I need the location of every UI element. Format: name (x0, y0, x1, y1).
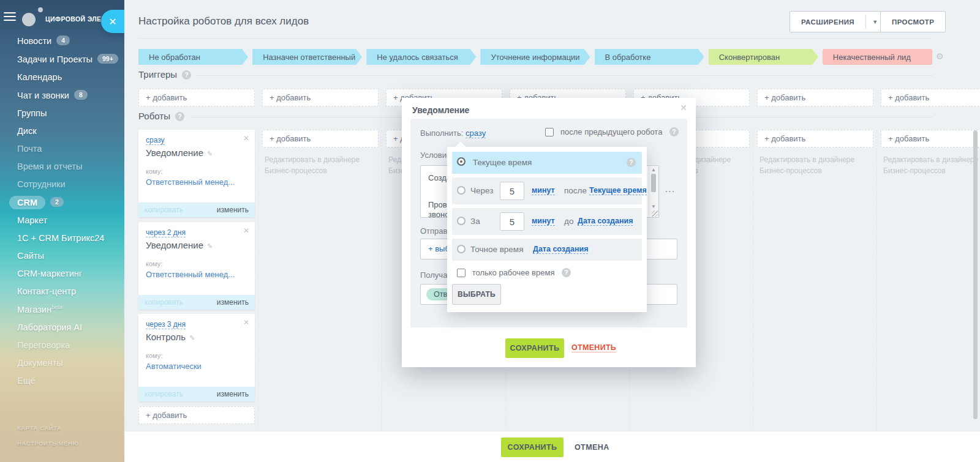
sidebar-item-contact-center[interactable]: Контакт-центр (17, 283, 122, 300)
sidebar-item-news[interactable]: Новости4 (17, 32, 122, 50)
working-time-help-icon[interactable]: ? (562, 268, 571, 277)
modal-close-icon[interactable]: ✕ (680, 103, 687, 113)
sidebar-item-tasks[interactable]: Задачи и Проекты99+ (17, 50, 122, 69)
resize-handle-icon[interactable] (652, 211, 658, 217)
unit-link[interactable]: минут (532, 217, 555, 226)
robot-card[interactable]: через 2 дня ✕ Уведомление✎ кому: Ответст… (138, 222, 255, 310)
add-trigger-button[interactable]: + добавить (262, 89, 379, 106)
robot-delete-icon[interactable]: ✕ (243, 226, 249, 235)
option-current-time[interactable]: Текущее время ? (452, 152, 642, 174)
sidebar-item-mail[interactable]: Почта (17, 140, 122, 158)
sidebar-item-more[interactable]: Ещё (17, 372, 122, 390)
robot-card[interactable]: сразу ✕ Уведомление✎ кому: Ответственный… (138, 130, 255, 217)
sidebar-item-employees[interactable]: Сотрудники (17, 176, 122, 193)
sidebar-item-crm[interactable]: CRM2 (17, 193, 122, 212)
view-button[interactable]: ПРОСМОТР (880, 11, 946, 32)
sidebar-item-market[interactable]: Маркет (17, 212, 122, 229)
add-trigger-button[interactable]: + добавить (138, 89, 255, 106)
extensions-button[interactable]: РАСШИРЕНИЯ ▼ (790, 11, 885, 32)
robot-delete-icon[interactable]: ✕ (243, 318, 249, 327)
option-minutes-before[interactable]: За 5 минут до Дата создания (452, 208, 642, 235)
after-previous-checkbox[interactable] (545, 128, 554, 136)
cancel-button[interactable]: ОТМЕНА (575, 443, 609, 452)
sidebar-item-shop[interactable]: Магазинbeta (17, 300, 122, 319)
bp-designer-link[interactable]: Редактировать в дизайнере Бизнес-процесс… (265, 154, 376, 176)
bp-designer-link[interactable]: Редактировать в дизайнере Бизнес-процесс… (883, 154, 980, 176)
minutes-before-input[interactable]: 5 (500, 212, 524, 231)
after-previous-help-icon[interactable]: ? (669, 127, 679, 136)
message-more-button[interactable]: ... (665, 185, 676, 194)
stage-in-progress[interactable]: В обработке (595, 49, 704, 65)
sidebar-item-documents[interactable]: Документы (17, 354, 122, 372)
robot-edit-button[interactable]: изменить (217, 298, 249, 307)
sitemap-link[interactable]: КАРТА САЙТА (17, 425, 79, 431)
add-trigger-button[interactable]: + добавить (881, 89, 980, 106)
hamburger-menu-icon[interactable] (4, 12, 16, 21)
minutes-after-input[interactable]: 5 (500, 182, 524, 200)
sidebar-item-time-reports[interactable]: Время и отчеты (17, 158, 122, 176)
sidebar-item-calendar[interactable]: Календарь (17, 69, 122, 86)
current-time-help-icon[interactable]: ? (627, 158, 636, 167)
modal-cancel-link[interactable]: ОТМЕНИТЬ (571, 343, 616, 352)
scroll-down-icon[interactable]: ▼ (651, 204, 656, 209)
base-date-link[interactable]: Дата создания (578, 217, 633, 226)
stages-settings-gear-icon[interactable]: ⚙ (936, 51, 944, 61)
robot-edit-button[interactable]: изменить (217, 390, 249, 398)
robot-when-link[interactable]: через 3 дня (146, 320, 186, 329)
scroll-up-icon[interactable]: ▲ (651, 167, 656, 173)
robot-card[interactable]: через 3 дня ✕ Контроль✎ кому: Автоматиче… (138, 314, 255, 401)
edit-pencil-icon[interactable]: ✎ (207, 242, 213, 250)
page-vertical-scrollbar[interactable] (973, 130, 978, 419)
add-robot-button[interactable]: + добавить (881, 130, 980, 147)
robot-when-link[interactable]: сразу (146, 136, 165, 145)
exact-date-link[interactable]: Дата создания (533, 245, 588, 254)
stage-clarify-info[interactable]: Уточнение информации (480, 49, 590, 65)
save-button[interactable]: СОХРАНИТЬ (501, 438, 564, 457)
option-in-minutes-after[interactable]: Через 5 минут после Текущее время (452, 177, 642, 204)
robot-recipient-link[interactable]: Ответственный менед... (146, 177, 235, 187)
sidebar-item-disk[interactable]: Диск (17, 122, 122, 140)
edit-pencil-icon[interactable]: ✎ (189, 334, 195, 341)
sidebar-item-meeting-room[interactable]: Переговорка (17, 337, 122, 354)
stage-junk-lead[interactable]: Некачественный лид (823, 49, 932, 65)
edit-pencil-icon[interactable]: ✎ (207, 150, 213, 157)
robot-copy-button[interactable]: копировать (145, 298, 183, 307)
option-exact-time[interactable]: Точное время Дата создания (452, 239, 642, 261)
textarea-scrollbar[interactable]: ▲ ▼ (649, 166, 658, 217)
add-robot-button[interactable]: + добавить (757, 130, 873, 147)
radio-exact-time[interactable] (457, 245, 466, 253)
robot-delete-icon[interactable]: ✕ (243, 134, 249, 143)
sidebar-item-ai-lab[interactable]: Лаборатория AI (17, 319, 122, 337)
add-robot-button[interactable]: + добавить (262, 130, 379, 147)
stage-assigned[interactable]: Назначен ответственный (252, 49, 362, 65)
robot-recipient-link[interactable]: Ответственный менед... (146, 270, 235, 279)
stage-cannot-contact[interactable]: Не удалось связаться (366, 49, 476, 65)
sidebar-item-crm-marketing[interactable]: CRM-маркетинг (17, 265, 122, 283)
robot-when-link[interactable]: через 2 дня (146, 228, 186, 237)
unit-link[interactable]: минут (532, 186, 555, 195)
radio-minutes-before[interactable] (457, 217, 466, 225)
execute-value-link[interactable]: сразу (466, 129, 486, 138)
scrollbar-thumb[interactable] (651, 174, 656, 192)
stage-not-processed[interactable]: Не обработан (138, 49, 248, 65)
sidebar-item-chat[interactable]: Чат и звонки8 (17, 86, 122, 105)
sidebar-item-1c-bitrix24[interactable]: 1С + CRM Битрикс24 (17, 229, 122, 247)
robot-copy-button[interactable]: копировать (145, 390, 183, 398)
choose-button[interactable]: ВЫБРАТЬ (452, 284, 501, 305)
sidebar-close-button[interactable]: ✕ (101, 10, 124, 33)
triggers-help-icon[interactable]: ? (182, 70, 191, 80)
add-robot-button[interactable]: + добавить (138, 406, 255, 424)
modal-save-button[interactable]: СОХРАНИТЬ (505, 338, 564, 358)
working-time-checkbox[interactable] (457, 269, 466, 277)
sidebar-item-sites[interactable]: Сайты (17, 247, 122, 265)
base-time-link[interactable]: Текущее время (589, 186, 647, 195)
bp-designer-link[interactable]: Редактировать в дизайнере Бизнес-процесс… (760, 154, 871, 176)
radio-in-minutes-after[interactable] (457, 186, 466, 195)
add-trigger-button[interactable]: + добавить (757, 89, 873, 106)
robots-help-icon[interactable]: ? (175, 112, 184, 121)
robot-edit-button[interactable]: изменить (217, 206, 249, 214)
stage-converted[interactable]: Сконвертирован (709, 49, 818, 65)
radio-current-time[interactable] (457, 157, 466, 166)
robot-recipient-link[interactable]: Автоматически (146, 362, 202, 371)
configure-menu-link[interactable]: НАСТРОИТЬ МЕНЮ (17, 440, 79, 447)
